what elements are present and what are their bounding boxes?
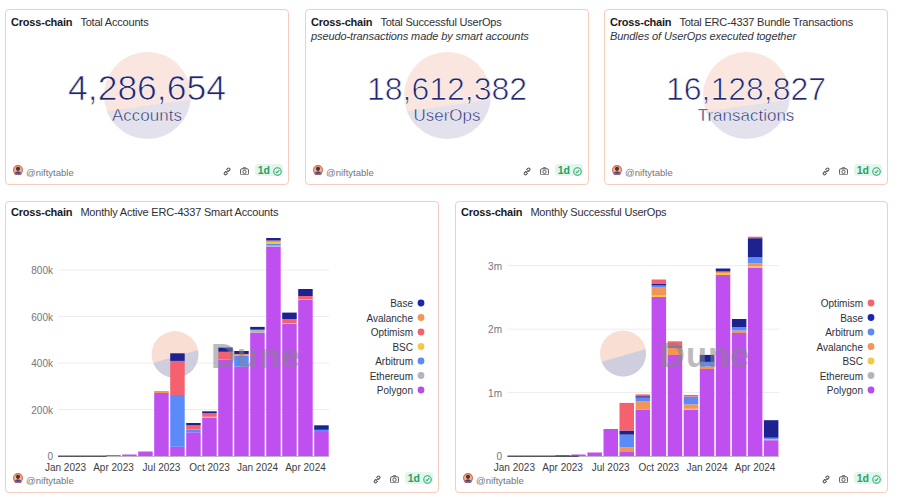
svg-text:0: 0 [496,451,502,462]
svg-text:2m: 2m [488,324,502,335]
svg-text:0: 0 [47,451,53,462]
svg-text:Polygon: Polygon [827,385,863,396]
svg-text:Avalanche: Avalanche [816,342,863,353]
svg-text:Optimism: Optimism [821,298,863,309]
svg-text:Optimism: Optimism [371,327,413,338]
svg-text:Arbitrum: Arbitrum [375,356,413,367]
svg-text:Avalanche: Avalanche [366,313,413,324]
svg-text:Polygon: Polygon [377,385,413,396]
svg-text:200k: 200k [31,405,54,416]
svg-text:BSC: BSC [392,342,413,353]
svg-text:Base: Base [840,313,863,324]
svg-text:BSC: BSC [842,356,863,367]
svg-text:600k: 600k [31,312,54,323]
svg-text:Arbitrum: Arbitrum [825,327,863,338]
svg-text:Base: Base [390,298,413,309]
svg-text:1m: 1m [488,388,502,399]
svg-text:Dune: Dune [211,337,301,375]
svg-text:Dune: Dune [660,336,750,374]
svg-text:Ethereum: Ethereum [820,371,863,382]
svg-text:Ethereum: Ethereum [370,371,413,382]
svg-text:400k: 400k [31,358,54,369]
svg-text:3m: 3m [488,261,502,272]
svg-text:800k: 800k [31,265,54,276]
